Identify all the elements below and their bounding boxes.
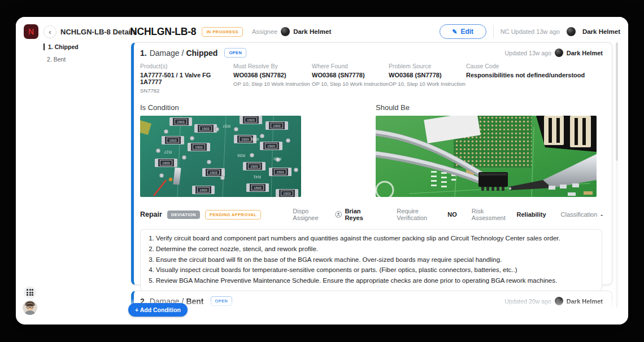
user-avatar[interactable] (23, 300, 37, 315)
screen-background: N ‹ NCHLGN-LB-8 Details NCHLGN-LB-8 IN P… (0, 0, 644, 342)
risk-assessment-label: Risk Assessment (472, 208, 514, 221)
svg-text:R59: R59 (237, 153, 245, 158)
edit-button[interactable]: ✎ Edit (440, 24, 486, 39)
field-must-resolve-by-value: WO0368 (SN7782) (233, 72, 312, 78)
disposition-steps-list: Verify circuit board and component part … (141, 233, 596, 286)
assignee-label: Assignee (252, 28, 277, 35)
field-problem-source-sub: OP 10, Step 10 Work Instruction (389, 81, 466, 87)
dispo-assignee-label: Dispo Assignee (293, 208, 330, 221)
app-logo[interactable]: N (24, 24, 38, 39)
updated-by-avatar (567, 27, 576, 36)
field-where-found-sub: OP 10, Step 10 Work Instruction (312, 81, 389, 87)
deviation-badge: DEVIATION (167, 211, 200, 219)
field-where-found: Where Found WO0368 (SN7778) OP 10, Step … (312, 63, 389, 94)
risk-assessment-value: Reliability (517, 211, 546, 218)
back-chevron-icon: ‹ (49, 28, 51, 36)
field-products-value: 1A7777-501 / 1 Valve FG 1A7777 (140, 72, 233, 85)
dispo-assignee-name: Brian Reyes (345, 208, 376, 221)
updated-by-name: Dark Helmet (582, 28, 620, 35)
svg-text:R41: R41 (253, 174, 261, 179)
add-condition-button[interactable]: + Add Condition (128, 303, 188, 317)
field-cause-code-label: Cause Code (466, 63, 603, 69)
condition-2-header: 2. Damage / Bent OPEN Updated 20w ago Da… (140, 296, 603, 306)
logo-letter: N (28, 27, 34, 36)
field-problem-source: Problem Source WO0368 (SN7778) OP 10, St… (389, 63, 466, 94)
svg-text:R57: R57 (223, 124, 230, 129)
should-be-photo[interactable] (376, 116, 597, 197)
svg-text:R60: R60 (273, 156, 281, 161)
classification-label: Classification (561, 211, 598, 218)
field-cause-code: Cause Code Responsibilities not defined/… (466, 63, 603, 94)
condition-card-chipped: 1. Damage / Chipped OPEN Updated 13w ago… (131, 42, 612, 285)
should-be-label: Should Be (376, 103, 597, 112)
nc-updated-text: NC Updated 13w ago (501, 28, 560, 35)
person-icon (335, 211, 342, 218)
divider (493, 25, 494, 38)
user-avatar-image (23, 300, 37, 315)
disposition-steps-box: Verify circuit board and component part … (140, 229, 602, 291)
back-button[interactable]: ‹ (43, 25, 56, 38)
nc-title: NCHLGN-LB-8 (130, 26, 196, 38)
edit-button-label: Edit (460, 28, 473, 36)
field-must-resolve-by-sub: OP 10, Step 10 Work Instruction (233, 81, 312, 87)
svg-text:R69: R69 (251, 137, 259, 142)
field-products: Product(s) 1A7777-501 / 1 Valve FG 1A777… (140, 63, 233, 94)
require-verification-value: NO (447, 211, 457, 218)
condition-photos: Is Condition (140, 103, 603, 196)
field-must-resolve-by-label: Must Resolve By (233, 63, 312, 69)
assignee-name: Dark Helmet (293, 28, 331, 35)
step-item: Review BGA Machine Preventive Maintenanc… (156, 275, 596, 286)
condition-2-name: Bent (186, 297, 203, 306)
condition-1-fields: Product(s) 1A7777-501 / 1 Valve FG 1A777… (140, 63, 603, 94)
assignee-avatar (281, 27, 290, 36)
condition-1-updated: Updated 13w ago (504, 50, 551, 56)
step-item: Ensure the circuit board will fit on the… (156, 255, 596, 265)
app-window: N ‹ NCHLGN-LB-8 Details NCHLGN-LB-8 IN P… (16, 17, 628, 325)
app-launcher-icon[interactable] (24, 286, 36, 299)
disposition-type: Repair (140, 211, 162, 218)
condition-2-updated-by: Dark Helmet (567, 298, 603, 305)
pending-approval-badge: PENDING APPROVAL (205, 210, 262, 220)
step-item: Verify circuit board and component part … (156, 233, 596, 244)
sidebar-item-bent[interactable]: 2. Bent (43, 56, 66, 63)
step-item: Visually inspect circuit boards for temp… (156, 265, 596, 275)
condition-1-name: Chipped (186, 49, 217, 58)
require-verification-label: Require Verification (397, 208, 444, 221)
condition-1-index: 1. (140, 49, 147, 58)
svg-text:R27: R27 (164, 150, 172, 155)
field-cause-code-value: Responsibilities not defined/understood (466, 72, 603, 78)
condition-1-updated-avatar (555, 49, 563, 57)
field-problem-source-label: Problem Source (389, 63, 466, 69)
condition-2-status-badge: OPEN (211, 296, 233, 306)
pencil-icon: ✎ (452, 28, 457, 36)
field-where-found-value: WO0368 (SN7778) (312, 72, 389, 78)
field-where-found-label: Where Found (312, 63, 389, 69)
is-condition-label: Is Condition (140, 103, 301, 112)
condition-2-updated: Updated 20w ago (504, 298, 551, 305)
condition-1-updated-by: Dark Helmet (567, 50, 603, 56)
condition-1-status-badge: OPEN (224, 48, 246, 58)
status-badge: IN PROGRESS (202, 27, 243, 37)
field-problem-source-value: WO0368 (SN7778) (389, 72, 466, 78)
sidebar-item-chipped[interactable]: 1. Chipped (43, 43, 79, 50)
condition-1-header: 1. Damage / Chipped OPEN Updated 13w ago… (140, 48, 603, 58)
scrollbar-thumb[interactable] (616, 42, 618, 161)
is-condition-photo[interactable]: 1503 (140, 116, 301, 197)
breadcrumb-title: NCHLGN-LB-8 Details (60, 28, 137, 36)
step-item: Determine the correct nozzle, stencil, a… (156, 244, 596, 255)
field-products-sub: SN7782 (140, 87, 233, 94)
field-must-resolve-by: Must Resolve By WO0368 (SN7782) OP 10, S… (233, 63, 312, 94)
disposition-row: Repair DEVIATION PENDING APPROVAL Dispo … (140, 208, 603, 221)
classification-value[interactable]: - (601, 211, 603, 218)
field-products-label: Product(s) (140, 63, 233, 69)
condition-2-updated-avatar (555, 297, 563, 305)
condition-1-type: Damage / (150, 49, 184, 58)
condition-card-bent: 2. Damage / Bent OPEN Updated 20w ago Da… (131, 291, 612, 310)
